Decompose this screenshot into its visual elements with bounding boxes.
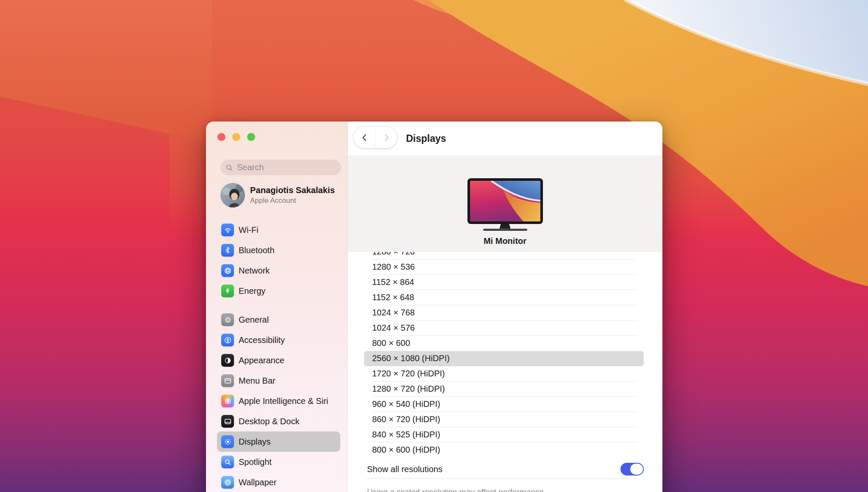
sidebar-item-label: Network (239, 266, 270, 276)
chevron-left-icon (360, 133, 369, 142)
wifi-icon (221, 224, 234, 236)
avatar (220, 183, 245, 207)
monitor-screen (467, 178, 543, 224)
search-icon (225, 164, 233, 171)
resolution-row[interactable]: 840 × 525 (HiDPI) (372, 427, 637, 442)
sidebar-item-label: Appearance (239, 356, 284, 365)
resolution-row[interactable]: 1280 × 536 (372, 260, 637, 275)
sidebar-item-general[interactable]: General (217, 310, 340, 330)
resolution-row[interactable]: 1280 × 720 (372, 252, 637, 260)
sidebar: Panagiotis Sakalakis Apple Account Wi-Fi (206, 122, 348, 492)
bluetooth-icon (221, 244, 234, 257)
forward-button[interactable] (376, 127, 397, 148)
search-field[interactable] (220, 160, 341, 175)
divider (366, 478, 637, 479)
search-input[interactable] (236, 162, 336, 173)
resolution-row[interactable]: 800 × 600 (372, 336, 637, 351)
sidebar-item-appearance[interactable]: Appearance (217, 350, 340, 370)
accessibility-icon (221, 334, 234, 346)
close-button[interactable] (217, 133, 225, 141)
flower-icon (221, 476, 234, 489)
sidebar-item-label: Wi-Fi (239, 225, 259, 235)
minimize-button[interactable] (232, 133, 240, 141)
page-title: Displays (406, 122, 446, 155)
sidebar-item-bluetooth[interactable]: Bluetooth (217, 240, 340, 260)
gear-icon (221, 313, 234, 326)
sidebar-item-spotlight[interactable]: Spotlight (217, 452, 340, 472)
resolution-row[interactable]: 1024 × 768 (372, 305, 637, 321)
siri-flower-icon (221, 395, 234, 407)
sidebar-item-label: General (239, 315, 269, 325)
lightning-icon (221, 285, 234, 297)
back-button[interactable] (353, 127, 375, 148)
show-all-resolutions-row: Show all resolutions (367, 460, 644, 478)
resolution-row[interactable]: 960 × 540 (HiDPI) (372, 397, 637, 412)
system-settings-window: Panagiotis Sakalakis Apple Account Wi-Fi (206, 122, 662, 492)
monitor-stand-base (483, 229, 527, 231)
main-header: Displays (348, 122, 662, 155)
sidebar-item-wallpaper[interactable]: Wallpaper (217, 472, 340, 492)
sidebar-item-menu-bar[interactable]: Menu Bar (217, 370, 340, 391)
show-all-resolutions-toggle[interactable] (620, 463, 644, 475)
profile-row[interactable]: Panagiotis Sakalakis Apple Account (220, 183, 335, 207)
monitor-stand-neck (500, 224, 511, 229)
magnifier-icon (221, 456, 234, 468)
resolution-list: 1280 × 720 1280 × 536 1152 × 864 1152 × … (348, 252, 662, 458)
sidebar-item-desktop-dock[interactable]: Desktop & Dock (217, 411, 340, 431)
window-controls (217, 133, 255, 141)
profile-subtitle: Apple Account (250, 196, 335, 205)
display-preview-section: Mi Monitor (348, 155, 662, 252)
desktop: Panagiotis Sakalakis Apple Account Wi-Fi (0, 0, 868, 492)
sidebar-item-energy[interactable]: Energy (217, 281, 340, 301)
desktop-dock-icon (221, 415, 234, 428)
resolution-row[interactable]: 1024 × 576 (372, 321, 637, 336)
sidebar-item-displays[interactable]: Displays (217, 431, 340, 452)
sidebar-item-wifi[interactable]: Wi-Fi (217, 220, 340, 240)
sidebar-item-label: Energy (239, 286, 265, 296)
resolution-row[interactable]: 1720 × 720 (HiDPI) (372, 366, 637, 381)
resolution-row[interactable]: 1152 × 864 (372, 275, 637, 290)
sidebar-nav: Wi-Fi Bluetooth Network (217, 220, 340, 492)
globe-icon (221, 264, 234, 277)
sidebar-item-accessibility[interactable]: Accessibility (217, 330, 340, 350)
brightness-icon (221, 435, 234, 448)
monitor-illustration (467, 178, 543, 231)
sidebar-item-network[interactable]: Network (217, 260, 340, 281)
navigation-pill (353, 127, 397, 148)
footnote-text: Using a scaled resolution may affect per… (367, 487, 644, 492)
sidebar-item-label: Accessibility (239, 335, 285, 345)
sidebar-item-label: Bluetooth (239, 246, 275, 255)
sidebar-item-label: Displays (239, 437, 271, 447)
sidebar-group-gap (217, 301, 340, 310)
appearance-icon (221, 354, 234, 367)
sidebar-item-label: Spotlight (239, 457, 272, 467)
resolution-row[interactable]: 1280 × 720 (HiDPI) (372, 381, 637, 397)
monitor-name: Mi Monitor (484, 236, 526, 246)
sidebar-item-label: Apple Intelligence & Siri (239, 396, 328, 406)
sidebar-item-apple-intelligence-siri[interactable]: Apple Intelligence & Siri (217, 391, 340, 411)
sidebar-item-label: Wallpaper (239, 478, 276, 487)
resolution-row-selected[interactable]: 2560 × 1080 (HiDPI) (364, 351, 644, 366)
show-all-resolutions-label: Show all resolutions (367, 464, 442, 474)
sidebar-item-label: Desktop & Dock (239, 417, 299, 426)
resolution-row[interactable]: 1152 × 648 (372, 290, 637, 305)
resolution-row[interactable]: 800 × 600 (HiDPI) (372, 442, 637, 458)
profile-name: Panagiotis Sakalakis (250, 185, 335, 195)
main-pane: Displays (348, 122, 662, 492)
chevron-right-icon (382, 133, 391, 142)
resolution-row[interactable]: 860 × 720 (HiDPI) (372, 412, 637, 427)
toggle-knob (630, 464, 643, 475)
sidebar-item-label: Menu Bar (239, 376, 275, 386)
zoom-button[interactable] (247, 133, 255, 141)
menu-bar-icon (221, 374, 234, 387)
